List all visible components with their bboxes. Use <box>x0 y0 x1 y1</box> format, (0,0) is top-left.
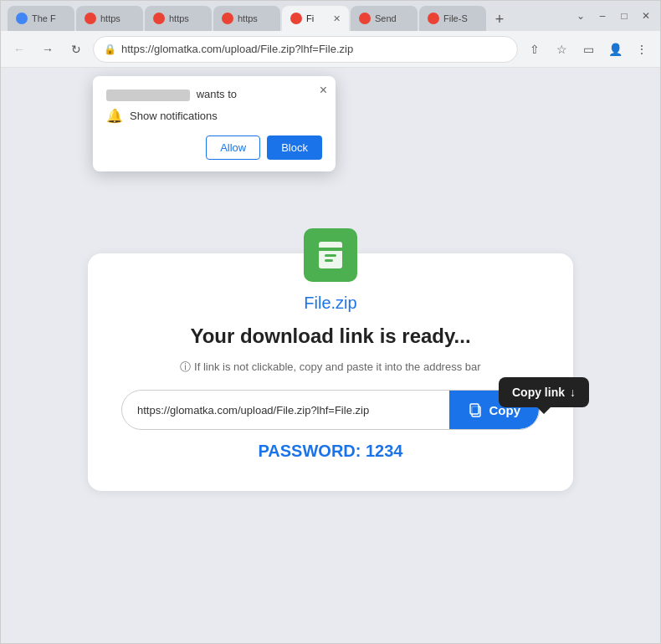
notification-site: wants to <box>106 88 322 101</box>
tab-label-6: Send <box>375 13 397 23</box>
svg-rect-2 <box>325 254 336 257</box>
tab-icon-2 <box>85 13 96 24</box>
tab-7[interactable]: File-S <box>419 6 486 31</box>
lock-icon: 🔒 <box>104 43 116 55</box>
copy-icon <box>468 402 483 417</box>
notification-popup: × wants to 🔔 Show notifications Allow Bl… <box>93 76 336 171</box>
tab-label-5: Fi <box>306 13 314 23</box>
back-button[interactable]: ← <box>8 38 31 61</box>
tab-label-4: https <box>238 13 258 23</box>
page-content: OK × wants to 🔔 Show notifications Allow… <box>1 68 660 643</box>
tab-label-7: File-S <box>443 13 468 23</box>
notification-permission: 🔔 Show notifications <box>106 108 322 124</box>
copy-link-tooltip: Copy link ↓ <box>499 377 589 407</box>
maximize-button[interactable]: □ <box>617 8 632 23</box>
close-button[interactable]: ✕ <box>638 8 653 23</box>
tab-label-2: https <box>100 13 120 23</box>
download-title: Your download link is ready... <box>190 325 470 348</box>
tab-4[interactable]: https <box>213 6 280 31</box>
bell-icon: 🔔 <box>106 108 123 124</box>
hint-text-content: If link is not clickable, copy and paste… <box>194 360 481 373</box>
tab-icon-6 <box>359 13 371 24</box>
bookmark-button[interactable]: ☆ <box>550 38 573 61</box>
tab-bar: The F https https https Fi ✕ Send <box>8 1 566 31</box>
link-row: https://glomatka.com/upload/File.zip?lhf… <box>121 390 540 430</box>
tab-close-5[interactable]: ✕ <box>333 13 341 24</box>
hint-text: ⓘ If link is not clickable, copy and pas… <box>180 360 480 375</box>
forward-button[interactable]: → <box>36 38 59 61</box>
tab-5-active[interactable]: Fi ✕ <box>282 6 349 31</box>
tab-1[interactable]: The F <box>8 6 74 31</box>
password-text: PASSWORD: 1234 <box>258 442 402 461</box>
tab-icon-1 <box>16 13 28 24</box>
wants-to-text: wants to <box>197 88 237 100</box>
block-button[interactable]: Block <box>267 135 322 160</box>
svg-rect-3 <box>325 259 333 262</box>
tab-icon-7 <box>428 13 439 24</box>
link-url-text: https://glomatka.com/upload/File.zip?lhf… <box>122 392 449 428</box>
tab-6[interactable]: Send <box>351 6 418 31</box>
minimize-button[interactable]: – <box>595 8 610 23</box>
notification-close-button[interactable]: × <box>320 83 327 98</box>
main-card: File.zip Your download link is ready... … <box>88 253 573 491</box>
new-tab-button[interactable]: + <box>488 8 511 31</box>
tab-2[interactable]: https <box>76 6 143 31</box>
reload-button[interactable]: ↻ <box>64 38 88 61</box>
svg-rect-1 <box>319 248 342 251</box>
window-controls: ⌄ – □ ✕ <box>573 8 653 23</box>
profile-button[interactable]: 👤 <box>603 38 627 61</box>
nav-bar: ← → ↻ 🔒 https://glomatka.com/upload/File… <box>1 31 660 68</box>
tooltip-label: Copy link <box>512 386 565 399</box>
tooltip-arrow-icon: ↓ <box>570 386 576 399</box>
svg-rect-5 <box>470 404 479 414</box>
share-button[interactable]: ⇧ <box>523 38 546 61</box>
allow-button[interactable]: Allow <box>206 135 260 160</box>
tab-icon-3 <box>153 13 165 24</box>
menu-button[interactable]: ⋮ <box>630 38 653 61</box>
address-bar[interactable]: 🔒 https://glomatka.com/upload/File.zip?l… <box>93 36 518 63</box>
tab-3[interactable]: https <box>145 6 212 31</box>
chevron-down-button[interactable]: ⌄ <box>573 8 588 23</box>
info-icon: ⓘ <box>180 360 191 373</box>
notification-buttons: Allow Block <box>106 135 322 160</box>
cast-button[interactable]: ▭ <box>576 38 600 61</box>
tab-label-1: The F <box>32 13 56 23</box>
browser-window: The F https https https Fi ✕ Send <box>0 0 661 644</box>
tab-label-3: https <box>169 13 189 23</box>
nav-actions: ⇧ ☆ ▭ 👤 ⋮ <box>523 38 653 61</box>
tab-icon-5 <box>290 13 302 24</box>
site-url-blurred <box>106 89 190 101</box>
file-icon <box>304 228 357 282</box>
file-name-label: File.zip <box>304 294 356 313</box>
address-text: https://glomatka.com/upload/File.zip?lhf… <box>121 43 507 55</box>
permission-label: Show notifications <box>130 110 218 122</box>
tab-icon-4 <box>222 13 233 24</box>
title-bar: The F https https https Fi ✕ Send <box>1 1 660 31</box>
